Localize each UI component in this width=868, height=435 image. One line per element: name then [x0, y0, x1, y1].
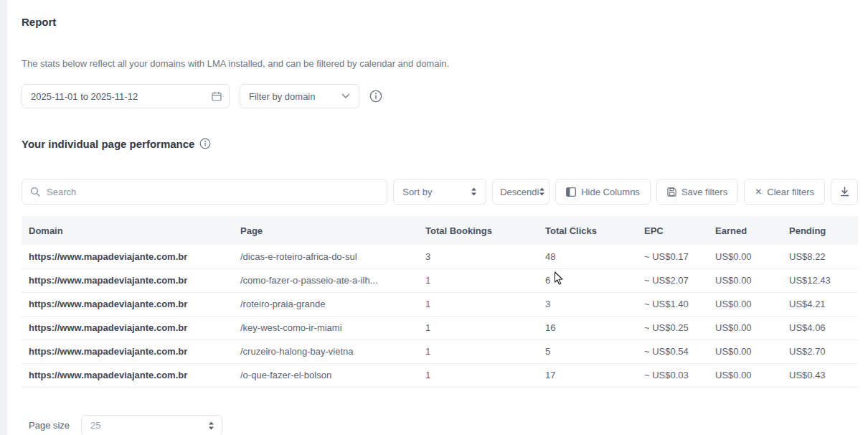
table-cell: 17: [538, 363, 637, 387]
sort-arrows-icon: [208, 421, 214, 430]
table-cell: 1: [418, 316, 538, 340]
table-cell: ~ US$0.03: [637, 363, 708, 387]
table-cell: 1: [418, 340, 538, 363]
table-cell: /key-west-como-ir-miami: [233, 316, 418, 340]
table-row: https://www.mapadeviajante.com.br/dicas-…: [22, 245, 858, 268]
column-header-epc[interactable]: EPC: [637, 216, 708, 245]
page-left-gutter: [0, 0, 7, 435]
table-cell: US$12.43: [782, 268, 858, 292]
table-cell: US$2.70: [782, 340, 858, 363]
section-title: Your individual page performance: [22, 138, 194, 150]
sort-by-label: Sort by: [402, 187, 432, 197]
table-cell: US$0.00: [708, 292, 782, 316]
report-page: Report The stats below reflect all your …: [7, 0, 868, 435]
table-cell: https://www.mapadeviajante.com.br: [22, 268, 233, 292]
table-body: https://www.mapadeviajante.com.br/dicas-…: [22, 245, 858, 387]
table-cell: /como-fazer-o-passeio-ate-a-ilh...: [233, 268, 418, 292]
date-range-wrapper: [22, 84, 230, 108]
table-row: https://www.mapadeviajante.com.br/key-we…: [22, 316, 858, 340]
table-toolbar: Sort by Descendi Hide Columns Save filte…: [22, 179, 858, 205]
table-cell: 3: [538, 292, 637, 316]
table-cell: 3: [418, 245, 538, 268]
column-header-total-bookings[interactable]: Total Bookings: [418, 216, 538, 245]
table-row: https://www.mapadeviajante.com.br/cruzei…: [22, 340, 858, 363]
clear-icon: ✕: [755, 187, 762, 197]
filter-row: Filter by domain: [22, 84, 858, 108]
table-cell: US$0.00: [708, 245, 782, 268]
table-row: https://www.mapadeviajante.com.br/o-que-…: [22, 363, 858, 387]
page-performance-table: DomainPageTotal BookingsTotal ClicksEPCE…: [22, 216, 858, 388]
page-size-label: Page size: [29, 420, 70, 431]
table-cell: /o-que-fazer-el-bolson: [233, 363, 418, 387]
page-size-select[interactable]: 25: [81, 415, 222, 435]
table-row: https://www.mapadeviajante.com.br/como-f…: [22, 268, 858, 292]
column-header-total-clicks[interactable]: Total Clicks: [538, 216, 637, 245]
column-header-pending[interactable]: Pending: [782, 216, 858, 245]
domain-filter-select[interactable]: Filter by domain: [240, 84, 359, 108]
table-cell: US$0.43: [782, 363, 858, 387]
table-cell: ~ US$0.17: [637, 245, 708, 268]
date-range-input[interactable]: [22, 84, 230, 108]
table-cell: 6: [538, 268, 637, 292]
table-header-row: DomainPageTotal BookingsTotal ClicksEPCE…: [22, 216, 858, 245]
table-cell: ~ US$0.54: [637, 340, 708, 363]
table-row: https://www.mapadeviajante.com.br/roteir…: [22, 292, 858, 316]
search-wrapper: [22, 179, 387, 205]
table-cell: https://www.mapadeviajante.com.br: [22, 292, 233, 316]
column-header-domain[interactable]: Domain: [22, 216, 233, 245]
save-filters-label: Save filters: [681, 187, 727, 197]
chevron-down-icon: [341, 93, 350, 99]
sort-direction-select[interactable]: Descendi: [492, 179, 549, 205]
table-cell: https://www.mapadeviajante.com.br: [22, 363, 233, 387]
clear-filters-button[interactable]: ✕ Clear filters: [744, 179, 825, 205]
save-icon: [667, 187, 676, 197]
table-cell: 1: [418, 363, 538, 387]
column-header-page[interactable]: Page: [233, 216, 418, 245]
table-cell: 16: [538, 316, 637, 340]
table-cell: 1: [418, 292, 538, 316]
table-cell: ~ US$2.07: [637, 268, 708, 292]
section-info-icon[interactable]: [199, 138, 211, 149]
pagination-row: Page size 25: [29, 415, 858, 435]
table-cell: US$0.00: [708, 316, 782, 340]
clear-filters-label: Clear filters: [767, 187, 814, 197]
table-cell: 48: [538, 245, 637, 268]
table-cell: US$4.21: [782, 292, 858, 316]
filters-info-icon[interactable]: [369, 90, 382, 103]
columns-icon: [566, 187, 576, 197]
table-cell: https://www.mapadeviajante.com.br: [22, 245, 233, 268]
table-cell: ~ US$0.25: [637, 316, 708, 340]
table-cell: /cruzeiro-halong-bay-vietna: [233, 340, 418, 363]
calendar-icon: [212, 91, 222, 101]
save-filters-button[interactable]: Save filters: [656, 179, 738, 205]
download-button[interactable]: [831, 179, 858, 205]
sort-arrows-icon: [471, 187, 477, 196]
page-title: Report: [22, 16, 858, 29]
table-cell: US$4.06: [782, 316, 858, 340]
table-cell: https://www.mapadeviajante.com.br: [22, 316, 233, 340]
table-cell: /dicas-e-roteiro-africa-do-sul: [233, 245, 418, 268]
table-cell: 5: [538, 340, 637, 363]
table-cell: /roteiro-praia-grande: [233, 292, 418, 316]
table-cell: US$0.00: [708, 268, 782, 292]
report-description: The stats below reflect all your domains…: [22, 58, 858, 70]
column-header-earned[interactable]: Earned: [708, 216, 782, 245]
hide-columns-label: Hide Columns: [581, 187, 640, 197]
table-cell: https://www.mapadeviajante.com.br: [22, 340, 233, 363]
sort-arrows-icon: [539, 187, 545, 196]
sort-direction-label: Descendi: [500, 187, 539, 197]
sort-by-select[interactable]: Sort by: [393, 179, 486, 205]
table-cell: 1: [418, 268, 538, 292]
search-input[interactable]: [22, 179, 387, 205]
table-cell: US$8.22: [782, 245, 858, 268]
domain-filter-label: Filter by domain: [249, 91, 315, 102]
page-size-value: 25: [90, 420, 100, 431]
table-cell: US$0.00: [708, 363, 782, 387]
section-title-row: Your individual page performance: [22, 137, 858, 150]
table-cell: US$0.00: [708, 340, 782, 363]
download-icon: [840, 187, 849, 197]
hide-columns-button[interactable]: Hide Columns: [555, 179, 651, 205]
search-icon: [30, 187, 40, 197]
table-cell: ~ US$1.40: [637, 292, 708, 316]
